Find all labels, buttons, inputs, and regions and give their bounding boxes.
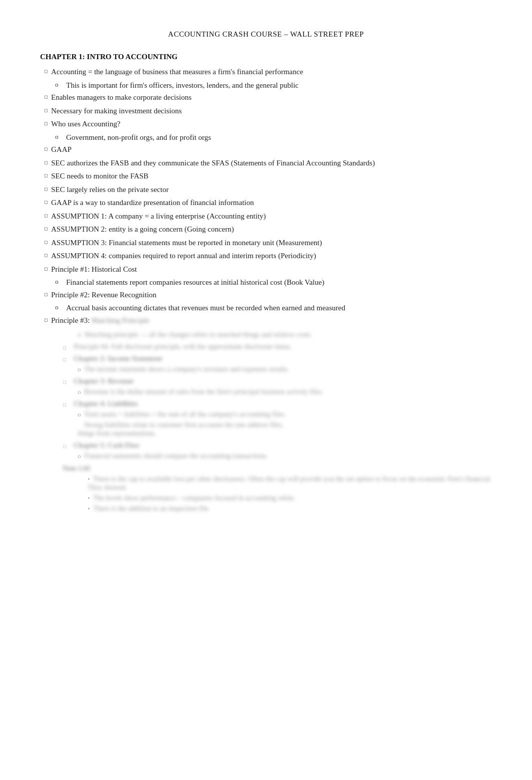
sub-item-text: Government, non-profit orgs, and for pro… bbox=[66, 132, 211, 143]
bullet-icon: ◻ bbox=[40, 252, 51, 259]
page-header: ACCOUNTING CRASH COURSE – WALL STREET PR… bbox=[40, 30, 492, 39]
sub-list: o Government, non-profit orgs, and for p… bbox=[55, 132, 492, 143]
item-text: SEC authorizes the FASB and they communi… bbox=[51, 157, 492, 169]
bullet-icon: ◻ bbox=[40, 226, 51, 233]
sub-list-item: o Accrual basis accounting dictates that… bbox=[55, 302, 492, 314]
item-text: Principle #3: Matching Principle bbox=[51, 315, 492, 326]
bullet-icon: ◻ bbox=[40, 107, 51, 114]
blurred-content-area: o Matching principle — all the changes r… bbox=[63, 331, 492, 513]
item-text: GAAP is a way to standardize presentatio… bbox=[51, 197, 492, 209]
blurred-ch3-sub: Revenue is the dollar amount of sales fr… bbox=[84, 388, 324, 396]
item-text: ASSUMPTION 1: A company = a living enter… bbox=[51, 211, 492, 222]
sub-list-item: o This is important for firm's officers,… bbox=[55, 80, 492, 91]
list-item: ◻ ASSUMPTION 4: companies required to re… bbox=[40, 250, 492, 262]
header-title: ACCOUNTING CRASH COURSE – WALL STREET PR… bbox=[168, 30, 364, 38]
bullet-icon: ◻ bbox=[40, 291, 51, 298]
blurred-principle4: Principle #4: Full disclosure principle,… bbox=[74, 343, 292, 351]
bullet-icon: ◻ bbox=[40, 68, 51, 75]
blurred-ch4-label: Chapter 4: Liabilities bbox=[74, 400, 138, 408]
bullet-icon: ◻ bbox=[40, 213, 51, 220]
list-item: ◻ Principle #2: Revenue Recognition bbox=[40, 289, 492, 301]
list-item: ◻ ASSUMPTION 2: entity is a going concer… bbox=[40, 224, 492, 235]
blurred-text: Matching Principle bbox=[92, 316, 149, 324]
list-item: ◻ Principle #1: Historical Cost bbox=[40, 264, 492, 275]
list-item: ◻ ASSUMPTION 1: A company = a living ent… bbox=[40, 211, 492, 222]
list-item: ◻ SEC authorizes the FASB and they commu… bbox=[40, 157, 492, 169]
list-item: ◻ SEC largely relies on the private sect… bbox=[40, 184, 492, 196]
blurred-note-sub3: There is the addition to an inspection f… bbox=[93, 505, 210, 512]
sub-item-text: This is important for firm's officers, i… bbox=[66, 80, 299, 91]
item-text: ASSUMPTION 2: entity is a going concern … bbox=[51, 224, 492, 235]
blurred-note-label: Note 1.01 bbox=[63, 465, 91, 472]
blurred-ch4-sub1: Total assets = liabilities + the sum of … bbox=[84, 411, 286, 418]
sub-bullet-icon: o bbox=[55, 80, 66, 90]
sub-list: o This is important for firm's officers,… bbox=[55, 80, 492, 91]
blurred-note-sub2: The levels show performance – companies … bbox=[93, 494, 296, 502]
blurred-ch3-label: Chapter 3: Revenue bbox=[74, 377, 134, 385]
list-item: ◻ GAAP bbox=[40, 144, 492, 155]
sub-item-text: Accrual basis accounting dictates that r… bbox=[66, 302, 345, 314]
item-text: SEC largely relies on the private sector bbox=[51, 184, 492, 196]
sub-item-text: Financial statements report companies re… bbox=[66, 277, 324, 288]
blurred-ch4-sub2: Strong liabilities relate to customer fi… bbox=[78, 421, 284, 437]
bullet-icon: ◻ bbox=[40, 317, 51, 324]
list-item: ◻ Who uses Accounting? bbox=[40, 118, 492, 130]
item-text: SEC needs to monitor the FASB bbox=[51, 170, 492, 182]
blurred-ch5-sub: Financial statements should compare the … bbox=[84, 452, 268, 460]
item-text: Who uses Accounting? bbox=[51, 118, 492, 130]
blurred-principle3-sub: o Matching principle — all the changes r… bbox=[78, 331, 492, 339]
item-text: ASSUMPTION 4: companies required to repo… bbox=[51, 250, 492, 262]
item-text: Accounting = the language of business th… bbox=[51, 66, 492, 78]
list-item: ◻ GAAP is a way to standardize presentat… bbox=[40, 197, 492, 209]
blurred-ch2-label: Chapter 2: Income Statement bbox=[74, 355, 162, 363]
list-item: ◻ Accounting = the language of business … bbox=[40, 66, 492, 78]
bullet-icon: ◻ bbox=[40, 120, 51, 127]
main-bullet-list: ◻ Accounting = the language of business … bbox=[40, 66, 492, 326]
item-text: Principle #2: Revenue Recognition bbox=[51, 289, 492, 301]
item-text: Enables managers to make corporate decis… bbox=[51, 92, 492, 103]
sub-list-item: o Government, non-profit orgs, and for p… bbox=[55, 132, 492, 143]
page-wrapper: ACCOUNTING CRASH COURSE – WALL STREET PR… bbox=[40, 30, 492, 513]
blurred-ch5-label: Chapter 5: Cash Flow bbox=[74, 442, 140, 450]
item-text: Necessary for making investment decision… bbox=[51, 105, 492, 117]
sub-bullet-icon: o bbox=[55, 132, 66, 142]
bullet-icon: ◻ bbox=[40, 199, 51, 206]
item-text: GAAP bbox=[51, 144, 492, 155]
list-item: ◻ ASSUMPTION 3: Financial statements mus… bbox=[40, 237, 492, 249]
sub-bullet-icon: o bbox=[55, 302, 66, 312]
sub-list-item: o Financial statements report companies … bbox=[55, 277, 492, 288]
sub-list: o Financial statements report companies … bbox=[55, 277, 492, 288]
blurred-ch2-sub: The income statement shows a company's r… bbox=[84, 365, 289, 373]
list-item: ◻ Enables managers to make corporate dec… bbox=[40, 92, 492, 103]
list-item: ◻ Necessary for making investment decisi… bbox=[40, 105, 492, 117]
bullet-icon: ◻ bbox=[40, 159, 51, 166]
chapter-title: CHAPTER 1: INTRO TO ACCOUNTING bbox=[40, 53, 492, 61]
item-text: Principle #1: Historical Cost bbox=[51, 264, 492, 275]
blurred-note-sub1: There is the cap to available loss per o… bbox=[88, 475, 491, 491]
sub-list: o Accrual basis accounting dictates that… bbox=[55, 302, 492, 314]
sub-bullet-icon: o bbox=[55, 277, 66, 287]
bullet-icon: ◻ bbox=[40, 239, 51, 246]
bullet-icon: ◻ bbox=[40, 266, 51, 273]
bullet-icon: ◻ bbox=[40, 186, 51, 193]
bullet-icon: ◻ bbox=[40, 94, 51, 101]
list-item: ◻ Principle #3: Matching Principle bbox=[40, 315, 492, 326]
bullet-icon: ◻ bbox=[40, 146, 51, 153]
list-item: ◻ SEC needs to monitor the FASB bbox=[40, 170, 492, 182]
bullet-icon: ◻ bbox=[40, 172, 51, 179]
item-text: ASSUMPTION 3: Financial statements must … bbox=[51, 237, 492, 249]
